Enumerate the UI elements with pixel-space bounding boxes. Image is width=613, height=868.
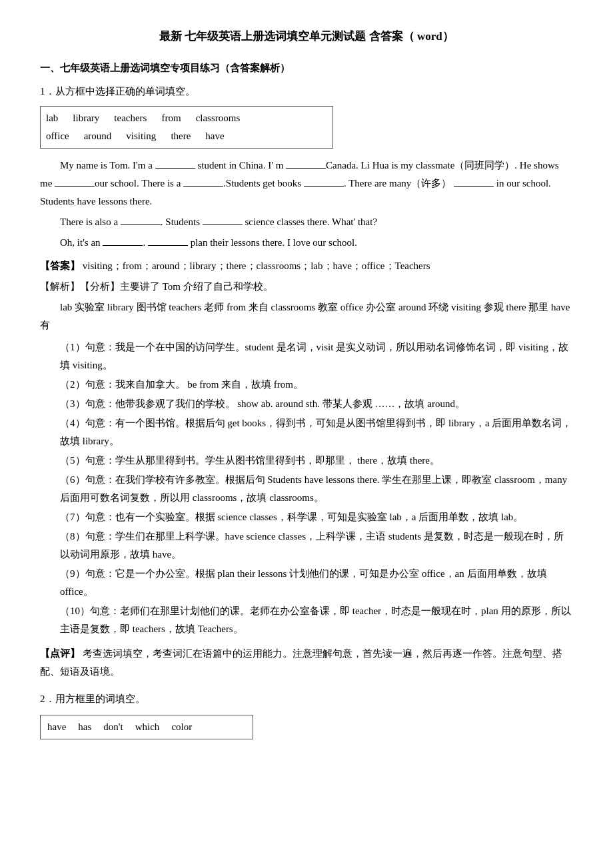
word2-which: which bbox=[135, 718, 160, 736]
word-there: there bbox=[171, 127, 191, 145]
answer-label: 【答案】 bbox=[40, 260, 80, 271]
word-from: from bbox=[161, 109, 181, 127]
blank-4 bbox=[183, 186, 223, 187]
passage-p2: There is also a . Students science class… bbox=[40, 213, 573, 231]
word-box-row2: office around visiting there have bbox=[46, 127, 327, 145]
word2-has: has bbox=[78, 718, 91, 736]
comment-label: 【点评】 bbox=[40, 648, 80, 659]
answer-content: visiting；from；around；library；there；class… bbox=[83, 260, 430, 271]
word-around: around bbox=[84, 127, 112, 145]
blank-1 bbox=[155, 168, 195, 169]
item-9: （9）句意：它是一个办公室。根据 plan their lessons 计划他们… bbox=[60, 565, 573, 601]
item-8: （8）句意：学生们在那里上科学课。have science classes，上科… bbox=[60, 528, 573, 564]
word2-have: have bbox=[47, 718, 66, 736]
blank-6 bbox=[454, 186, 494, 187]
word-classrooms: classrooms bbox=[196, 109, 241, 127]
word-library: library bbox=[73, 109, 99, 127]
item-10: （10）句意：老师们在那里计划他们的课。老师在办公室备课，即 teacher，时… bbox=[60, 602, 573, 638]
vocab-line: lab 实验室 library 图书馆 teachers 老师 from 来自 … bbox=[40, 298, 573, 334]
word2-dont: don't bbox=[103, 718, 123, 736]
item-4: （4）句意：有一个图书馆。根据后句 get books，得到书，可知是从图书馆里… bbox=[60, 414, 573, 450]
q2-title: 2．用方框里的词填空。 bbox=[40, 690, 573, 708]
word-box: lab library teachers from classrooms off… bbox=[40, 106, 333, 149]
item-2: （2）句意：我来自加拿大。 be from 来自，故填 from。 bbox=[60, 376, 573, 394]
word2-color: color bbox=[171, 718, 192, 736]
word-visiting: visiting bbox=[126, 127, 156, 145]
item-3: （3）句意：他带我参观了我们的学校。 show ab. around sth. … bbox=[60, 395, 573, 413]
word-lab: lab bbox=[46, 109, 58, 127]
q1-title: 1．从方框中选择正确的单词填空。 bbox=[40, 83, 573, 101]
passage-p1: My name is Tom. I'm a student in China. … bbox=[40, 157, 573, 211]
blank-10 bbox=[148, 245, 188, 246]
word-have: have bbox=[205, 127, 224, 145]
blank-9 bbox=[103, 245, 143, 246]
blank-2 bbox=[286, 168, 326, 169]
word-box2: have has don't which color bbox=[40, 715, 253, 739]
blank-7 bbox=[121, 224, 161, 225]
analysis-items: （1）句意：我是一个在中国的访问学生。student 是名词，visit 是实义… bbox=[40, 338, 573, 638]
word-teachers: teachers bbox=[114, 109, 147, 127]
word-box2-row: have has don't which color bbox=[47, 718, 246, 736]
word-box-row1: lab library teachers from classrooms bbox=[46, 109, 327, 127]
item-1: （1）句意：我是一个在中国的访问学生。student 是名词，visit 是实义… bbox=[60, 338, 573, 374]
blank-8 bbox=[203, 224, 243, 225]
comment-text: 考查选词填空，考查词汇在语篇中的运用能力。注意理解句意，首先读一遍，然后再逐一作… bbox=[40, 648, 562, 677]
blank-3 bbox=[55, 186, 95, 187]
answer-line: 【答案】 visiting；from；around；library；there；… bbox=[40, 257, 573, 275]
section1-title: 一、七年级英语上册选词填空专项目练习（含答案解析） bbox=[40, 59, 573, 77]
item-5: （5）句意：学生从那里得到书。学生从图书馆里得到书，即那里， there，故填 … bbox=[60, 452, 573, 470]
comment-block: 【点评】 考查选词填空，考查词汇在语篇中的运用能力。注意理解句意，首先读一遍，然… bbox=[40, 645, 573, 681]
item-7: （7）句意：也有一个实验室。根据 science classes，科学课，可知是… bbox=[60, 508, 573, 526]
passage: My name is Tom. I'm a student in China. … bbox=[40, 157, 573, 252]
word-office: office bbox=[46, 127, 69, 145]
analysis-label: 【解析】【分析】主要讲了 Tom 介绍了自己和学校。 bbox=[40, 278, 573, 296]
blank-5 bbox=[304, 186, 344, 187]
passage-p3: Oh, it's an . plan their lessons there. … bbox=[40, 234, 573, 252]
analysis-text: 【解析】【分析】主要讲了 Tom 介绍了自己和学校。 bbox=[40, 281, 273, 292]
page-title: 最新 七年级英语上册选词填空单元测试题 含答案（ word） bbox=[40, 27, 573, 47]
item-6: （6）句意：在我们学校有许多教室。根据后句 Students have less… bbox=[60, 471, 573, 507]
